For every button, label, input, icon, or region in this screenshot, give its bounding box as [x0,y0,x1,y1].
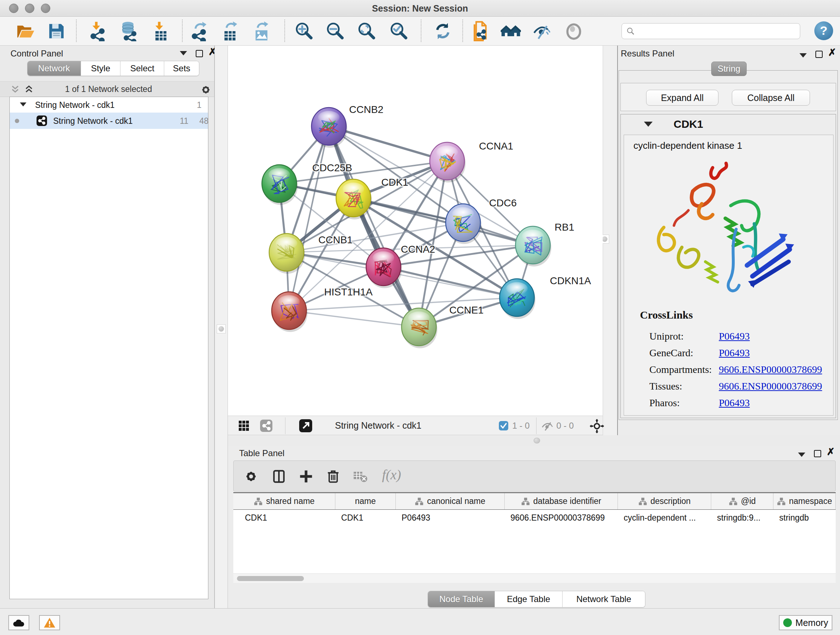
column-header-databaseidentifier[interactable]: database identifier [505,493,618,509]
panel-float-icon[interactable] [799,53,807,57]
panel-maximize-icon[interactable] [815,51,823,58]
section-collapse-icon[interactable] [644,122,653,127]
table-cell[interactable]: P06493 [396,510,505,526]
panel-close-icon[interactable]: ✗ [827,448,835,456]
crosslink-uniprot-link[interactable]: P06493 [719,331,750,342]
add-column-icon[interactable] [298,469,314,485]
help-button[interactable]: ? [814,21,833,40]
tab-sets[interactable]: Sets [164,61,199,76]
network-node-HIST1H1A[interactable] [272,292,308,332]
crosslink-genecard-link[interactable]: P06493 [719,347,750,359]
zoom-fit-button[interactable] [356,21,377,41]
panel-float-icon[interactable] [798,453,805,457]
tab-node-table[interactable]: Node Table [428,591,495,607]
panel-maximize-icon[interactable] [814,450,821,457]
collapse-all-button[interactable]: Collapse All [732,90,810,106]
tab-select[interactable]: Select [120,61,164,76]
network-node-CCNA2[interactable] [366,248,402,288]
crosslink-pharos-link[interactable]: P06493 [719,397,750,409]
panel-close-icon[interactable]: ✗ [828,49,836,57]
table-horizontal-scrollbar[interactable] [233,573,836,583]
network-node-RB1[interactable] [515,226,551,266]
search-field[interactable] [622,23,800,39]
network-view-canvas[interactable]: CCNB2CCNA1CDC25BCDK1CDC6RB1CCNB1CCNA2CDK… [228,46,603,416]
hidden-eye-slash-icon[interactable] [541,420,554,431]
export-image-button[interactable] [252,21,272,41]
network-node-CCNB2[interactable] [311,108,347,148]
network-row-selected[interactable]: String Network - cdk1 11 48 [10,112,208,129]
grid-view-icon[interactable] [238,420,249,432]
panel-maximize-icon[interactable] [196,50,203,57]
show-columns-icon[interactable] [271,469,287,485]
show-selected-button[interactable] [564,21,584,41]
zoom-selected-button[interactable] [388,21,409,41]
table-row[interactable]: CDK1CDK1P064939606.ENSP00000378699cyclin… [233,510,836,526]
network-collection-row[interactable]: String Network - cdk1 1 [10,97,208,112]
network-node-CCNA1[interactable] [430,142,466,182]
delete-table-icon[interactable] [352,469,368,485]
tab-network[interactable]: Network [27,61,81,76]
apply-layout-button[interactable] [433,21,453,41]
scrollbar-thumb[interactable] [237,576,304,581]
search-input[interactable] [638,27,796,36]
left-splitter-handle[interactable] [217,325,226,333]
show-home-panel-button[interactable] [501,21,521,41]
warnings-button[interactable] [39,615,60,630]
right-splitter[interactable] [603,46,618,435]
table-cell[interactable]: 9606.ENSP00000378699 [505,510,618,526]
panel-float-icon[interactable] [180,51,187,55]
expand-all-networks-icon[interactable] [24,85,34,94]
fit-selected-crosshair-icon[interactable] [590,419,604,433]
table-cell[interactable]: stringdb [774,510,836,526]
selected-checkbox-icon[interactable] [499,421,508,431]
network-node-CDC6[interactable] [446,204,482,244]
import-table-from-file-button[interactable] [151,21,172,41]
horizontal-splitter[interactable] [228,435,840,446]
tab-string[interactable]: String [711,62,747,76]
column-header-sharedname[interactable]: shared name [233,493,335,509]
column-header-namespace[interactable]: namespace [774,493,836,509]
horizontal-splitter-handle[interactable] [534,438,540,443]
memory-button[interactable]: Memory [779,615,832,630]
hide-selected-button[interactable] [532,21,553,41]
tree-expand-icon[interactable] [20,103,27,106]
left-splitter[interactable] [215,46,228,608]
export-network-button[interactable] [189,21,210,41]
column-header-name[interactable]: name [335,493,396,509]
crosslink-tissues-link[interactable]: 9606.ENSP00000378699 [719,380,822,392]
table-options-gear-icon[interactable] [243,469,259,485]
column-header-canonicalname[interactable]: canonical name [396,493,505,509]
table-cell[interactable]: stringdb:9... [711,510,774,526]
zoom-in-button[interactable] [294,21,314,41]
tab-style[interactable]: Style [81,61,121,76]
cloud-status-button[interactable] [8,615,29,630]
export-table-button[interactable] [221,21,241,41]
import-network-from-database-button[interactable] [118,21,139,41]
detach-view-icon[interactable] [299,419,313,432]
network-node-CDC25B[interactable] [262,165,298,205]
zoom-out-button[interactable] [325,21,345,41]
network-node-CDK1[interactable] [336,179,372,219]
collapse-all-networks-icon[interactable] [10,85,20,94]
function-builder-button[interactable]: f(x) [382,467,401,483]
expand-all-button[interactable]: Expand All [646,90,718,106]
network-options-gear-icon[interactable] [200,84,212,96]
import-network-from-file-button[interactable] [88,21,109,41]
column-header-description[interactable]: description [618,493,711,509]
network-node-CCNE1[interactable] [401,308,437,348]
network-from-file-button[interactable] [470,21,491,41]
crosslink-compartments-link[interactable]: 9606.ENSP00000378699 [719,364,822,375]
table-cell[interactable]: cyclin-dependent ... [618,510,711,526]
network-node-CDKN1A[interactable] [500,279,535,319]
table-cell[interactable]: CDK1 [233,510,335,526]
delete-column-icon[interactable] [325,469,341,485]
save-session-button[interactable] [46,21,66,41]
network-view-icon[interactable] [260,419,273,432]
open-session-button[interactable] [15,21,35,41]
network-node-CCNB1[interactable] [269,233,305,274]
string-network-graph[interactable]: CCNB2CCNA1CDC25BCDK1CDC6RB1CCNB1CCNA2CDK… [228,46,603,416]
tab-edge-table[interactable]: Edge Table [495,591,562,607]
column-header-id[interactable]: @id [711,493,774,509]
table-cell[interactable]: CDK1 [335,510,396,526]
tab-network-table[interactable]: Network Table [562,591,645,607]
